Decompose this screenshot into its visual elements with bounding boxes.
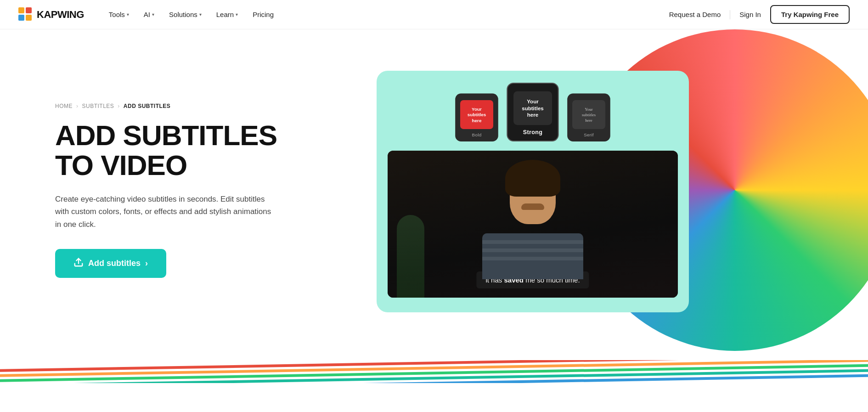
nav-solutions[interactable]: Solutions ▾ (163, 7, 208, 22)
try-kapwing-button[interactable]: Try Kapwing Free (770, 5, 850, 24)
style-cards-row: Yoursubtitleshere Bold Yoursubtitleshere… (388, 85, 678, 141)
solutions-chevron-icon: ▾ (199, 12, 202, 17)
style-card-strong[interactable]: Yoursubtitleshere Strong (507, 83, 558, 141)
serif-preview: Yoursubtitleshere (572, 100, 605, 129)
nav-learn[interactable]: Learn ▾ (210, 7, 244, 22)
stripe3 (482, 257, 583, 260)
mustache-shape (521, 203, 544, 210)
breadcrumb-home[interactable]: HOME (55, 103, 73, 109)
eye-left (514, 190, 524, 192)
person-head-area (505, 160, 560, 224)
breadcrumb: HOME › SUBTITLES › ADD SUBTITLES (55, 103, 331, 109)
nav-ai[interactable]: AI ▾ (137, 7, 161, 22)
navbar: KAPWING Tools ▾ AI ▾ Solutions ▾ Learn ▾… (0, 0, 868, 29)
nav-right: Request a Demo Sign In Try Kapwing Free (669, 5, 850, 24)
nav-divider (730, 10, 730, 19)
stripe2 (482, 248, 583, 252)
hair-shape (505, 160, 560, 197)
strong-preview-text: Yoursubtitleshere (522, 98, 543, 119)
logo-link[interactable]: KAPWING (18, 7, 84, 22)
logo-sq-yellow2 (26, 15, 32, 21)
strong-label: Strong (523, 129, 542, 136)
logo-icon (18, 7, 33, 22)
logo-sq-red (26, 7, 32, 13)
strong-preview: Yoursubtitleshere (513, 91, 552, 125)
stripe1 (482, 240, 583, 244)
serif-label: Serif (584, 132, 594, 137)
request-demo-link[interactable]: Request a Demo (669, 11, 721, 18)
breadcrumb-current: ADD SUBTITLES (124, 103, 171, 109)
add-subtitles-button[interactable]: Add subtitles › (55, 249, 166, 278)
style-card-bold[interactable]: Yoursubtitleshere Bold (455, 94, 498, 141)
learn-chevron-icon: ▾ (236, 12, 238, 17)
bold-preview-text: Yoursubtitleshere (468, 106, 486, 124)
hero-title-line2: TO VIDEO (55, 149, 187, 181)
add-subtitles-label: Add subtitles (88, 259, 141, 268)
mint-card: Yoursubtitleshere Bold Yoursubtitleshere… (377, 71, 689, 312)
video-person-bg (388, 151, 678, 298)
upload-icon (73, 257, 84, 270)
plant-shape (397, 215, 424, 298)
breadcrumb-sep2: › (118, 103, 120, 109)
breadcrumb-subtitles[interactable]: SUBTITLES (82, 103, 114, 109)
nav-tools[interactable]: Tools ▾ (102, 7, 135, 22)
shirt-shape (482, 233, 583, 279)
hero-title: ADD SUBTITLES TO VIDEO (55, 120, 331, 180)
cta-arrow-icon: › (145, 259, 148, 268)
logo-sq-yellow (18, 7, 24, 13)
main-content: HOME › SUBTITLES › ADD SUBTITLES ADD SUB… (0, 29, 868, 351)
ai-chevron-icon: ▾ (152, 12, 154, 17)
hero-description: Create eye-catching video subtitles in s… (55, 193, 276, 231)
style-card-serif[interactable]: Yoursubtitleshere Serif (567, 94, 610, 141)
video-preview: it has saved me so much time. (388, 151, 678, 298)
nav-links: Tools ▾ AI ▾ Solutions ▾ Learn ▾ Pricing (102, 7, 669, 22)
serif-preview-text: Yoursubtitleshere (582, 107, 596, 123)
logo-text: KAPWING (37, 9, 84, 21)
hero-right: Yoursubtitleshere Bold Yoursubtitleshere… (358, 57, 850, 312)
eye-right (542, 190, 551, 192)
bold-preview: Yoursubtitleshere (460, 100, 493, 129)
hero-left: HOME › SUBTITLES › ADD SUBTITLES ADD SUB… (55, 57, 331, 278)
bottom-decorative-lines (0, 360, 868, 383)
bold-label: Bold (472, 132, 482, 137)
hero-title-line1: ADD SUBTITLES (55, 119, 277, 151)
breadcrumb-sep1: › (76, 103, 79, 109)
tools-chevron-icon: ▾ (127, 12, 129, 17)
sign-in-link[interactable]: Sign In (739, 11, 761, 18)
nav-pricing[interactable]: Pricing (246, 7, 280, 22)
logo-sq-blue (18, 15, 24, 21)
